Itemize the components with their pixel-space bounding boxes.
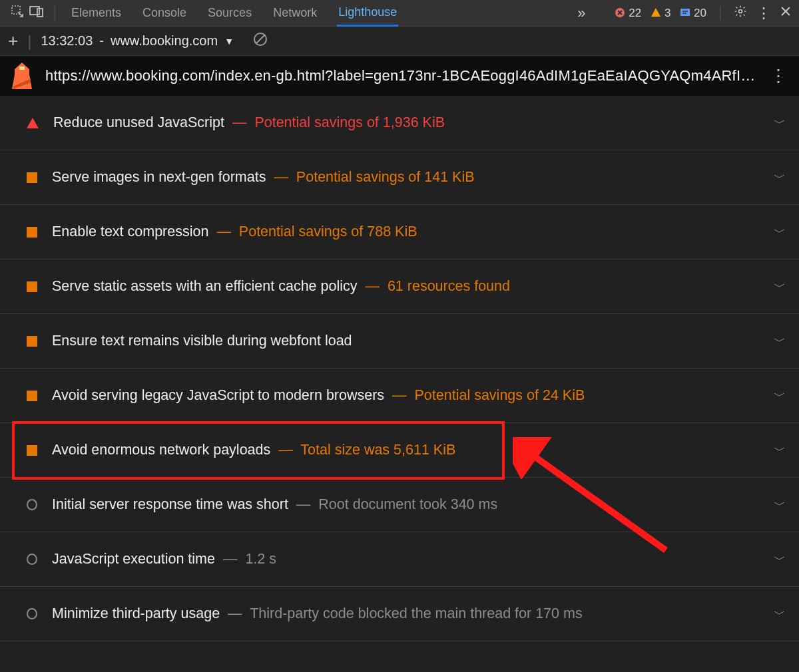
square-icon (27, 172, 37, 183)
square-icon (27, 391, 37, 401)
dropdown-triangle-icon: ▼ (224, 36, 234, 47)
inspect-icon[interactable] (11, 5, 24, 21)
audit-detail: 61 resources found (388, 278, 510, 294)
clear-icon[interactable] (252, 31, 268, 51)
svg-point-7 (739, 10, 742, 13)
tab-lighthouse[interactable]: Lighthouse (337, 0, 398, 27)
gear-icon[interactable] (734, 5, 747, 21)
devtools-tabbar: ElementsConsoleSourcesNetworkLighthouse … (0, 0, 799, 27)
audit-title: Avoid enormous network payloads (52, 442, 270, 458)
audit-title: Avoid serving legacy JavaScript to moder… (52, 387, 384, 403)
audit-list[interactable]: Reduce unused JavaScript — Potential sav… (0, 96, 799, 672)
audit-row[interactable]: Serve images in next-gen formats — Poten… (0, 150, 799, 205)
chevron-down-icon: ﹀ (774, 606, 786, 622)
lighthouse-icon (12, 63, 32, 89)
report-site: www.booking.com (111, 33, 218, 49)
error-count[interactable]: 22 (615, 7, 641, 20)
audit-title: Minimize third-party usage (52, 605, 220, 621)
new-report-button[interactable]: + (8, 31, 27, 51)
audit-detail: Potential savings of 141 KiB (296, 169, 475, 185)
audit-detail: Potential savings of 788 KiB (239, 224, 417, 240)
svg-rect-1 (30, 7, 39, 15)
audit-title: Enable text compression (52, 224, 208, 240)
chevron-down-icon: ﹀ (774, 333, 786, 349)
square-icon (27, 336, 37, 347)
circle-icon (27, 608, 37, 619)
chevron-down-icon: ﹀ (774, 115, 786, 131)
audit-row[interactable]: Enable text compression — Potential savi… (0, 205, 799, 259)
tab-network[interactable]: Network (272, 1, 318, 25)
device-toggle-icon[interactable] (29, 5, 44, 21)
info-count[interactable]: 20 (680, 7, 706, 20)
audit-row[interactable]: JavaScript execution time — 1.2 s﹀ (0, 532, 799, 587)
chevron-down-icon: ﹀ (774, 279, 786, 295)
audit-row[interactable]: Minimize third-party usage — Third-party… (0, 587, 799, 641)
report-url-bar: https://www.booking.com/index.en-gb.html… (0, 56, 799, 96)
chevron-down-icon: ﹀ (774, 388, 786, 404)
audit-row[interactable]: Serve static assets with an efficient ca… (0, 259, 799, 314)
tab-elements[interactable]: Elements (70, 1, 123, 25)
audit-title: JavaScript execution time (52, 551, 215, 567)
audit-row[interactable]: Reduce unused JavaScript — Potential sav… (0, 96, 799, 150)
audit-title: Ensure text remains visible during webfo… (52, 333, 352, 349)
tabs-container: ElementsConsoleSourcesNetworkLighthouse (59, 0, 577, 27)
square-icon (27, 281, 37, 292)
tabs-overflow[interactable]: » (577, 5, 585, 22)
svg-rect-4 (680, 9, 690, 16)
audit-detail: Root document took 340 ms (318, 496, 497, 512)
audit-row[interactable]: Initial server response time was short —… (0, 478, 799, 532)
audit-detail: Total size was 5,611 KiB (300, 442, 455, 458)
audit-title: Serve images in next-gen formats (52, 169, 266, 185)
close-icon[interactable] (780, 6, 791, 20)
report-selector[interactable]: 13:32:03 - www.booking.com ▼ (41, 33, 234, 49)
audit-row[interactable]: Ensure text remains visible during webfo… (0, 314, 799, 369)
svg-rect-10 (19, 67, 25, 70)
svg-rect-6 (682, 13, 686, 14)
audit-detail: Third-party code blocked the main thread… (250, 605, 583, 621)
svg-rect-5 (682, 11, 688, 12)
audit-row[interactable]: Avoid enormous network payloads — Total … (0, 423, 799, 478)
audit-title: Reduce unused JavaScript (53, 114, 224, 130)
warning-count[interactable]: 3 (651, 7, 670, 20)
tab-console[interactable]: Console (141, 1, 188, 25)
audit-title: Initial server response time was short (52, 496, 288, 512)
audit-detail: Potential savings of 24 KiB (415, 387, 585, 403)
audit-title: Serve static assets with an efficient ca… (52, 278, 358, 294)
chevron-down-icon: ﹀ (774, 442, 786, 458)
audit-detail: Potential savings of 1,936 KiB (254, 114, 445, 130)
triangle-icon (27, 118, 39, 128)
svg-rect-2 (37, 9, 43, 17)
chevron-down-icon: ﹀ (774, 224, 786, 240)
chevron-down-icon: ﹀ (774, 170, 786, 186)
square-icon (27, 445, 37, 456)
report-timestamp: 13:32:03 (41, 33, 93, 49)
audit-row[interactable]: Avoid serving legacy JavaScript to moder… (0, 369, 799, 423)
lighthouse-toolbar: + | 13:32:03 - www.booking.com ▼ (0, 27, 799, 56)
square-icon (27, 227, 37, 238)
circle-icon (27, 554, 37, 565)
circle-icon (27, 499, 37, 510)
kebab-icon[interactable]: ⋮ (756, 5, 771, 22)
report-url[interactable]: https://www.booking.com/index.en-gb.html… (45, 67, 756, 84)
audit-detail: 1.2 s (245, 551, 276, 567)
chevron-down-icon: ﹀ (774, 497, 786, 513)
report-menu-icon[interactable]: ⋮ (770, 66, 787, 86)
tab-sources[interactable]: Sources (206, 1, 253, 25)
chevron-down-icon: ﹀ (774, 552, 786, 568)
